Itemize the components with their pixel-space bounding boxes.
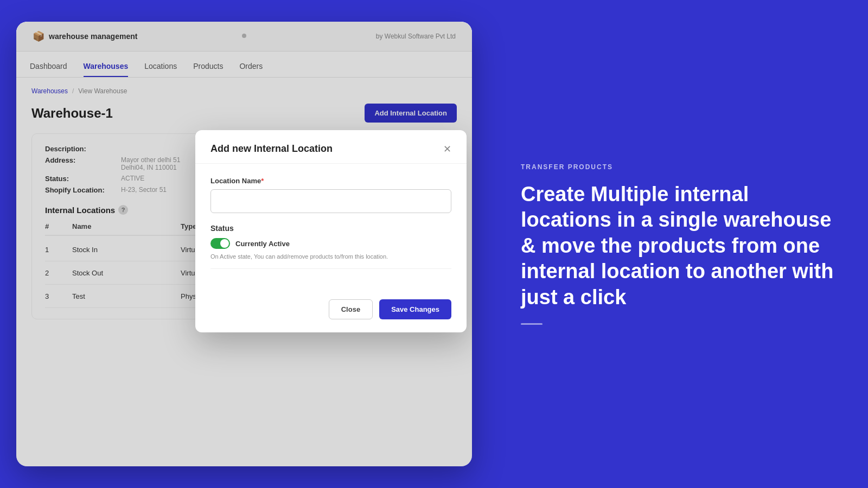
status-section-title: Status: [210, 224, 451, 233]
location-name-input[interactable]: [210, 189, 451, 213]
close-button[interactable]: Close: [329, 299, 373, 319]
save-changes-button[interactable]: Save Changes: [379, 299, 451, 319]
modal-header: Add new Internal Location ✕: [195, 130, 467, 164]
app-card: 📦 warehouse management by Webkul Softwar…: [16, 22, 472, 466]
required-indicator: *: [261, 177, 264, 185]
modal: Add new Internal Location ✕ Location Nam…: [195, 130, 467, 332]
status-description: On Active state, You can add/remove prod…: [210, 253, 451, 260]
toggle-label: Currently Active: [235, 240, 290, 248]
modal-overlay: Add new Internal Location ✕ Location Nam…: [16, 22, 472, 466]
status-toggle[interactable]: [210, 238, 230, 249]
modal-title: Add new Internal Location: [210, 143, 333, 155]
right-panel-divider: [521, 323, 542, 325]
right-panel-label: TRANSFER PRODUCTS: [521, 163, 835, 171]
modal-divider: [210, 268, 451, 269]
right-panel-heading: Create Multiple internal locations in a …: [521, 182, 835, 311]
modal-body: Location Name* Status Currently Active O…: [195, 164, 467, 291]
status-row: Currently Active: [210, 238, 451, 249]
right-panel: TRANSFER PRODUCTS Create Multiple intern…: [488, 0, 868, 488]
modal-footer: Close Save Changes: [195, 291, 467, 332]
modal-close-icon[interactable]: ✕: [443, 144, 451, 154]
left-panel: 📦 warehouse management by Webkul Softwar…: [0, 0, 488, 488]
location-name-label: Location Name*: [210, 177, 451, 185]
